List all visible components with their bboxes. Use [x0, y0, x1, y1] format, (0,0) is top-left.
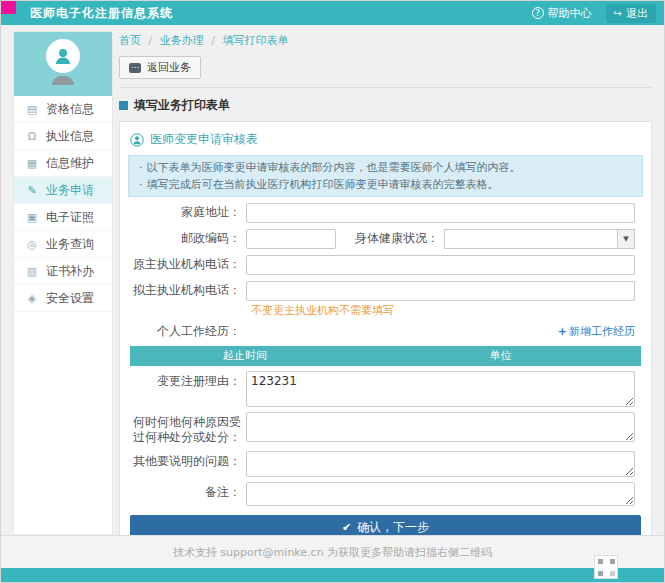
form-row-orig-phone: 原主执业机构电话：	[128, 254, 643, 275]
orig-org-phone-input[interactable]	[246, 255, 635, 275]
remarks-textarea[interactable]	[246, 482, 635, 506]
doctor-form-icon	[130, 133, 144, 147]
check-icon: ✔	[342, 521, 351, 534]
sidebar-item-label: 证书补办	[46, 263, 94, 280]
section-title: 填写业务打印表单	[119, 97, 652, 114]
sidebar-item-security-settings[interactable]: ◈ 安全设置	[14, 285, 112, 312]
info-alert: ·以下表单为医师变更申请审核表的部分内容，也是需要医师个人填写的内容。 ·填写完…	[128, 155, 643, 197]
logo-mark	[1, 1, 16, 14]
column-header-unit: 单位	[360, 348, 641, 363]
sidebar-item-certificate-reissue[interactable]: ▥ 证书补办	[14, 258, 112, 285]
breadcrumb-home[interactable]: 首页	[119, 34, 141, 47]
qr-code	[594, 555, 618, 579]
punishment-textarea[interactable]	[246, 412, 635, 442]
main-panel: 首页 / 业务办理 / 填写打印表单 ⋯ 返回业务 填写业务打印表单	[119, 25, 652, 552]
form-row-work-experience: 个人工作经历： + 新增工作经历	[128, 324, 643, 340]
document-icon: ▥	[26, 265, 38, 278]
breadcrumb-current: 填写打印表单	[222, 34, 288, 47]
sidebar-item-business-application[interactable]: ✎ 业务申请	[14, 177, 112, 204]
chevron-down-icon[interactable]: ▼	[617, 230, 634, 248]
other-issues-label: 其他要说明的问题：	[128, 451, 246, 470]
divider	[119, 87, 652, 88]
sidebar-item-info-maintenance[interactable]: ▦ 信息维护	[14, 150, 112, 177]
lock-icon: ◈	[26, 292, 38, 305]
breadcrumb-separator: /	[149, 34, 153, 47]
form-row-change-reason: 变更注册理由： 123231	[128, 371, 643, 407]
logout-button[interactable]: ↪ 退出	[606, 4, 656, 23]
bullet-icon: ·	[139, 178, 143, 191]
bullet-icon: ·	[139, 161, 143, 174]
add-work-experience-link[interactable]: + 新增工作经历	[558, 324, 635, 339]
sidebar-item-qualification-info[interactable]: ▤ 资格信息	[14, 96, 112, 123]
form-row-home-address: 家庭地址：	[128, 202, 643, 223]
logout-icon: ↪	[614, 8, 622, 19]
new-org-phone-input[interactable]	[246, 281, 635, 301]
bottom-bar	[1, 568, 664, 582]
alert-line: ·填写完成后可在当前执业医疗机构打印医师变更申请审核表的完整表格。	[139, 176, 632, 193]
form-row-remarks: 备注：	[128, 482, 643, 506]
health-status-select[interactable]: ▼	[444, 229, 635, 249]
person-icon: Ω	[26, 130, 38, 143]
work-experience-table-header: 起止时间 单位	[130, 346, 641, 366]
sidebar-menu: ▤ 资格信息 Ω 执业信息 ▦ 信息维护 ✎ 业务申请 ▣ 电子证照	[14, 96, 112, 312]
sidebar-item-label: 安全设置	[46, 290, 94, 307]
postal-code-label: 邮政编码：	[128, 231, 246, 247]
content-area: ▤ 资格信息 Ω 执业信息 ▦ 信息维护 ✎ 业务申请 ▣ 电子证照	[1, 25, 664, 552]
breadcrumb-separator: /	[211, 34, 215, 47]
sidebar-item-label: 执业信息	[46, 128, 94, 145]
section-title-label: 填写业务打印表单	[134, 97, 230, 114]
sidebar-item-label: 信息维护	[46, 155, 94, 172]
new-org-phone-hint: 不变更主执业机构不需要填写	[251, 303, 635, 318]
alert-line: ·以下表单为医师变更申请审核表的部分内容，也是需要医师个人填写的内容。	[139, 159, 632, 176]
home-address-label: 家庭地址：	[128, 205, 246, 221]
form-card: 医师变更申请审核表 ·以下表单为医师变更申请审核表的部分内容，也是需要医师个人填…	[119, 121, 652, 552]
app-window: 医师电子化注册信息系统 ? 帮助中心 ↪ 退出	[0, 0, 665, 583]
avatar	[46, 39, 80, 73]
logout-label: 退出	[626, 6, 648, 21]
form-card-title: 医师变更申请审核表	[128, 128, 643, 155]
grid-icon: ▦	[26, 157, 38, 170]
sidebar-item-label: 电子证照	[46, 209, 94, 226]
pencil-icon: ✎	[26, 184, 38, 197]
help-icon: ?	[532, 7, 544, 19]
orig-org-phone-label: 原主执业机构电话：	[128, 257, 246, 273]
work-experience-label: 个人工作经历：	[128, 324, 246, 340]
top-bar: 医师电子化注册信息系统 ? 帮助中心 ↪ 退出	[1, 1, 664, 25]
change-reason-label: 变更注册理由：	[128, 371, 246, 390]
column-header-period: 起止时间	[130, 348, 360, 363]
topbar-actions: ? 帮助中心 ↪ 退出	[532, 4, 664, 23]
postal-code-input[interactable]	[246, 229, 336, 249]
sidebar-item-electronic-certificate[interactable]: ▣ 电子证照	[14, 204, 112, 231]
add-work-experience-label: 新增工作经历	[569, 324, 635, 339]
return-label: 返回业务	[147, 60, 191, 75]
help-center-link[interactable]: ? 帮助中心	[532, 6, 592, 21]
badge-icon: ▣	[26, 211, 38, 224]
sidebar-item-label: 资格信息	[46, 101, 94, 118]
avatar-block	[14, 32, 112, 96]
plus-icon: +	[558, 325, 567, 338]
footer-text: 技术支持 support@minke.cn 为获取更多帮助请扫描右侧二维码	[173, 545, 492, 560]
new-org-phone-label: 拟主执业机构电话：	[128, 283, 246, 299]
sidebar-item-practice-info[interactable]: Ω 执业信息	[14, 123, 112, 150]
home-address-input[interactable]	[246, 203, 635, 223]
confirm-next-label: 确认，下一步	[357, 519, 429, 536]
search-icon: ◎	[26, 238, 38, 251]
form-title-label: 医师变更申请审核表	[150, 131, 258, 148]
form-row-other-issues: 其他要说明的问题：	[128, 451, 643, 477]
return-icon: ⋯	[129, 63, 141, 73]
sidebar: ▤ 资格信息 Ω 执业信息 ▦ 信息维护 ✎ 业务申请 ▣ 电子证照	[13, 31, 113, 535]
return-business-button[interactable]: ⋯ 返回业务	[119, 56, 201, 79]
sidebar-item-business-query[interactable]: ◎ 业务查询	[14, 231, 112, 258]
form-row-punishment: 何时何地何种原因受过何种处分或处分：	[128, 412, 643, 446]
change-reason-textarea[interactable]: 123231	[246, 371, 635, 407]
form-row-new-phone: 拟主执业机构电话：	[128, 280, 643, 301]
sidebar-item-label: 业务申请	[46, 182, 94, 199]
breadcrumb: 首页 / 业务办理 / 填写打印表单	[119, 33, 652, 48]
breadcrumb-business[interactable]: 业务办理	[160, 34, 204, 47]
help-label: 帮助中心	[548, 6, 592, 21]
other-issues-textarea[interactable]	[246, 451, 635, 477]
punishment-label: 何时何地何种原因受过何种处分或处分：	[128, 412, 246, 446]
avatar-shoulders	[52, 76, 74, 85]
app-title: 医师电子化注册信息系统	[30, 5, 173, 22]
footer: 技术支持 support@minke.cn 为获取更多帮助请扫描右侧二维码	[1, 535, 664, 568]
